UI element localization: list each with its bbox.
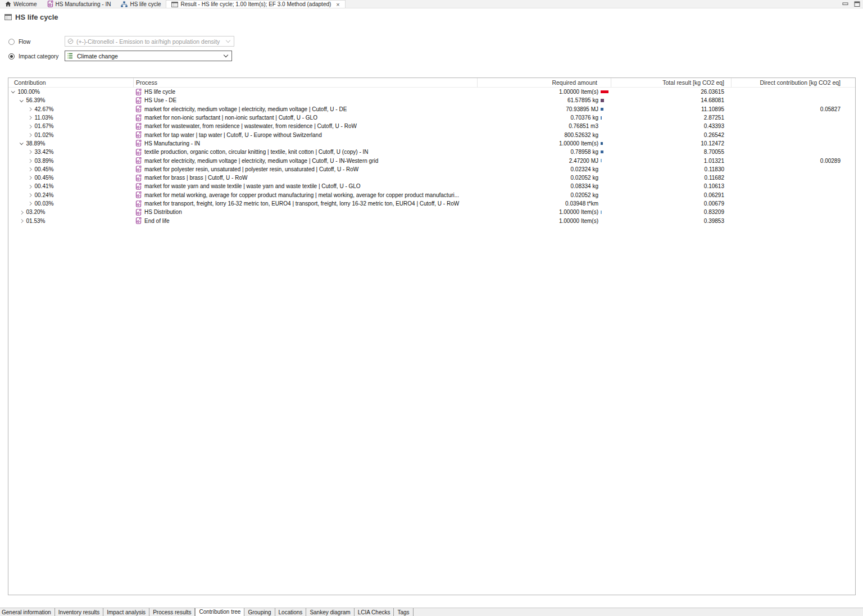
total-result: 0.39853 [611, 218, 731, 224]
contribution-percent: 01.02% [35, 132, 54, 138]
tree-row[interactable]: 01.02% market for tap water | tap water … [8, 130, 855, 139]
column-header-required-amount[interactable]: Required amount [477, 78, 611, 87]
process-icon [135, 191, 142, 198]
bottom-tab-sankey-diagram[interactable]: Sankey diagram [306, 608, 354, 616]
chevron-down-icon[interactable] [20, 98, 23, 102]
close-icon[interactable]: × [336, 2, 339, 7]
impact-category-radio[interactable] [8, 53, 15, 60]
column-header-direct-contribution[interactable]: Direct contribution [kg CO2 eq] [731, 78, 855, 87]
chevron-right-icon[interactable] [28, 185, 31, 188]
maximize-view-icon[interactable] [853, 1, 861, 7]
tree-row[interactable]: 03.89% market for electricity, medium vo… [8, 156, 855, 165]
chevron-right-icon[interactable] [28, 133, 31, 136]
required-amount-cell: 1.00000 Item(s) [477, 218, 611, 224]
column-header-process[interactable]: Process [133, 78, 477, 87]
bottom-tab-general-information[interactable]: General information [0, 608, 55, 616]
editor-tab[interactable]: Welcome [0, 0, 42, 8]
contribution-percent: 100.00% [18, 89, 40, 95]
minimize-view-icon[interactable] [842, 1, 849, 7]
process-name: HS Use - DE [144, 97, 176, 103]
contribution-percent: 11.03% [35, 115, 53, 121]
column-header-total-result[interactable]: Total result [kg CO2 eq] [611, 78, 731, 87]
tree-row[interactable]: 11.03% market for non-ionic surfactant |… [8, 113, 855, 122]
bottom-tab-contribution-tree[interactable]: Contribution tree [195, 608, 244, 616]
chevron-right-icon[interactable] [28, 107, 31, 111]
required-amount-cell: 0.76851 m3 [477, 123, 611, 129]
impact-selector-row: Impact category Climate change [8, 51, 58, 62]
tree-row[interactable]: 00.24% market for metal working, average… [8, 191, 855, 199]
process-cell: market for transport, freight, lorry 16-… [133, 200, 477, 207]
bottom-tab-locations[interactable]: Locations [275, 608, 307, 616]
chevron-right-icon[interactable] [28, 176, 31, 179]
column-header-contribution[interactable]: Contribution [8, 78, 133, 87]
required-amount-cell: 1.00000 Item(s) [477, 209, 611, 215]
contribution-bar [601, 142, 603, 145]
chevron-right-icon[interactable] [28, 150, 31, 154]
tree-row[interactable]: 00.45% market for polyester resin, unsat… [8, 165, 855, 174]
chevron-right-icon[interactable] [28, 116, 31, 119]
chevron-down-icon[interactable] [11, 89, 15, 93]
editor-tab[interactable]: HS Manufacturing - IN [42, 0, 116, 8]
tree-row[interactable]: 42.67% market for electricity, medium vo… [8, 105, 855, 113]
tree-row[interactable]: 56.39% HS Use - DE61.57895 kg14.68081 [8, 96, 855, 104]
contribution-bar [601, 211, 602, 214]
required-amount-cell: 2.47200 MJ [477, 158, 611, 164]
total-result: 0.43393 [611, 123, 731, 129]
contribution-percent: 38.89% [26, 140, 46, 147]
contribution-bar-zone [598, 150, 611, 153]
editor-tabstrip: Welcome HS Manufacturing - IN HS life cy… [0, 0, 863, 8]
bottom-tab-inventory-results[interactable]: Inventory results [55, 608, 103, 616]
tree-row[interactable]: 01.67% market for wastewater, from resid… [8, 122, 855, 130]
tree-row[interactable]: 38.89% HS Manufacturing - IN1.00000 Item… [8, 139, 855, 148]
flow-selector-row: Flow (+-)-Citronellol - Emission to air/… [8, 36, 30, 47]
contribution-percent: 00.45% [35, 175, 54, 181]
chevron-right-icon[interactable] [20, 211, 23, 214]
process-cell: HS Distribution [133, 209, 477, 216]
tree-row[interactable]: 00.03% market for transport, freight, lo… [8, 199, 855, 208]
process-name: market for waste yarn and waste textile … [144, 183, 361, 189]
required-amount-cell: 61.57895 kg [477, 97, 611, 103]
tree-row[interactable]: 00.41% market for waste yarn and waste t… [8, 182, 855, 190]
bottom-tab-lcia-checks[interactable]: LCIA Checks [355, 608, 394, 616]
editor-tab[interactable]: HS life cycle [116, 0, 166, 8]
impact-category-dropdown-value: Climate change [77, 53, 221, 60]
bottom-tab-grouping[interactable]: Grouping [244, 608, 275, 616]
process-icon [135, 123, 142, 130]
chevron-right-icon[interactable] [28, 167, 31, 171]
bottom-tab-process-results[interactable]: Process results [149, 608, 195, 616]
flow-icon [67, 38, 74, 44]
tree-row[interactable]: 33.42% textile production, organic cotto… [8, 148, 855, 156]
chevron-right-icon[interactable] [28, 193, 31, 197]
product-system-icon [121, 1, 128, 7]
bottom-tab-tags[interactable]: Tags [394, 608, 413, 616]
impact-category-dropdown[interactable]: Climate change [65, 51, 232, 61]
tree-row[interactable]: 03.20% HS Distribution1.00000 Item(s)0.8… [8, 208, 855, 216]
required-amount: 2.47200 MJ [569, 158, 598, 164]
bottom-tab-impact-analysis[interactable]: Impact analysis [103, 608, 149, 616]
chevron-right-icon[interactable] [28, 125, 31, 128]
contribution-cell: 01.67% [8, 123, 133, 129]
contribution-bar [601, 159, 602, 162]
tree-rows: 100.00% HS life cycle1.00000 Item(s)26.0… [8, 88, 855, 225]
flow-radio[interactable] [8, 39, 15, 45]
process-name: HS Manufacturing - IN [144, 140, 200, 147]
contribution-percent: 03.20% [26, 209, 46, 215]
process-cell: End of life [133, 217, 477, 224]
chevron-right-icon[interactable] [28, 202, 31, 205]
process-icon [135, 140, 142, 147]
tab-label: HS Manufacturing - IN [56, 1, 111, 7]
tree-row[interactable]: 00.45% market for brass | brass | Cutoff… [8, 174, 855, 182]
editor-tab[interactable]: Result - HS life cycle; 1.00 Item(s); EF… [166, 0, 345, 8]
process-name: market for metal working, average for co… [144, 192, 459, 198]
chevron-right-icon[interactable] [28, 159, 31, 162]
tree-row[interactable]: 100.00% HS life cycle1.00000 Item(s)26.0… [8, 88, 855, 96]
contribution-percent: 00.45% [35, 166, 54, 172]
flow-radio-label: Flow [19, 39, 30, 45]
bottom-tabbar: General informationInventory resultsImpa… [0, 608, 863, 616]
tree-row[interactable]: 01.53% End of life1.00000 Item(s)0.39853 [8, 216, 855, 225]
contribution-percent: 00.03% [35, 200, 54, 207]
chevron-down-icon[interactable] [20, 141, 23, 144]
result-icon [4, 14, 12, 20]
chevron-right-icon[interactable] [20, 219, 23, 222]
process-icon [47, 1, 53, 7]
